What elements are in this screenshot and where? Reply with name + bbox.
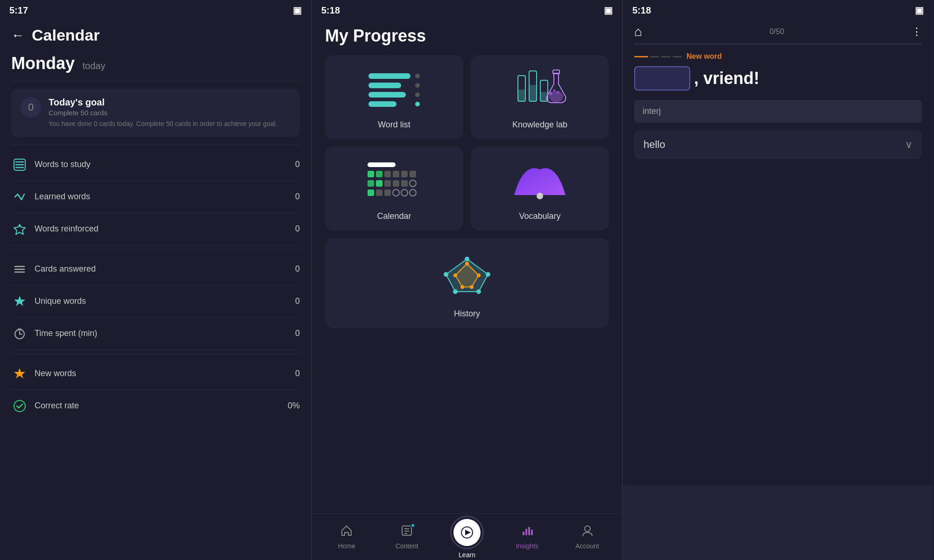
svg-point-61 <box>453 289 458 294</box>
stat-cards-answered[interactable]: Cards answered 0 <box>11 253 300 286</box>
svg-rect-46 <box>401 180 408 187</box>
stat-label-6: New words <box>35 369 76 378</box>
back-button[interactable]: ← <box>11 28 24 43</box>
stat-label-1: Learned words <box>35 192 90 202</box>
status-icons-3: ▣ <box>915 5 924 16</box>
knowledge-lab-card[interactable]: Knowledge lab <box>471 55 609 139</box>
stat-unique-words[interactable]: Unique words 0 <box>11 286 300 318</box>
vocabulary-card[interactable]: Vocabulary <box>471 147 609 231</box>
goal-text: Today's goal Complete 50 cards You have … <box>49 97 277 129</box>
home-button[interactable]: ⌂ <box>634 24 642 39</box>
correct-rate-icon <box>11 398 28 414</box>
history-label: History <box>454 309 480 319</box>
svg-rect-37 <box>376 171 382 177</box>
status-icons-1: ▣ <box>293 5 302 16</box>
gray-dash-1 <box>650 56 659 57</box>
cards-answered-icon <box>11 261 28 278</box>
stat-value-2: 0 <box>295 224 300 234</box>
status-icons-2: ▣ <box>604 5 613 16</box>
translation-row[interactable]: hello ∨ <box>634 130 922 159</box>
knowledge-lab-visual <box>480 64 600 114</box>
status-bar-1: 5:17 ▣ <box>0 0 311 19</box>
menu-button[interactable]: ⋮ <box>912 26 922 38</box>
svg-point-22 <box>415 92 420 97</box>
new-words-icon <box>11 365 28 382</box>
svg-rect-16 <box>368 73 410 79</box>
svg-point-23 <box>415 102 420 106</box>
svg-point-21 <box>415 83 420 88</box>
stat-value-7: 0% <box>288 401 300 411</box>
nav-account-label: Account <box>575 542 599 550</box>
svg-rect-17 <box>368 83 401 88</box>
stat-words-reinforced[interactable]: Words reinforced 0 <box>11 213 300 245</box>
progress-content: My Progress Word list <box>312 19 622 513</box>
stat-learned-words[interactable]: Learned words 0 <box>11 181 300 213</box>
divider-3 <box>11 249 300 250</box>
nav-learn[interactable]: Learn <box>448 516 486 559</box>
nav-home[interactable]: Home <box>328 524 365 550</box>
word-card-header: ⌂ 0/50 ⋮ <box>634 19 922 43</box>
stat-value-1: 0 <box>295 192 300 202</box>
svg-point-15 <box>14 400 25 412</box>
vocabulary-visual <box>480 156 600 206</box>
history-visual <box>334 247 600 303</box>
stat-correct-rate[interactable]: Correct rate 0% <box>11 390 300 422</box>
stat-value-6: 0 <box>295 369 300 378</box>
svg-point-60 <box>476 289 481 294</box>
words-reinforced-icon <box>11 221 28 238</box>
word-blank <box>634 66 690 91</box>
goal-title: Today's goal <box>49 97 277 108</box>
nav-account[interactable]: Account <box>569 524 606 550</box>
nav-insights[interactable]: Insights <box>509 524 546 550</box>
nav-content[interactable]: Content <box>388 524 425 550</box>
calendar-card-visual <box>334 156 454 206</box>
words-to-study-icon <box>11 156 28 173</box>
calendar-header: ← Calendar <box>11 19 300 48</box>
divider-1 <box>11 81 300 81</box>
learn-button[interactable] <box>450 516 484 549</box>
stat-time-spent[interactable]: Time spent (min) 0 <box>11 318 300 350</box>
svg-point-66 <box>470 285 474 289</box>
stat-value-0: 0 <box>295 160 300 169</box>
goal-desc: You have done 0 cards today. Complete 50… <box>49 119 277 129</box>
svg-rect-45 <box>393 180 399 187</box>
progress-text: 0/50 <box>770 28 784 36</box>
stat-value-3: 0 <box>295 264 300 274</box>
stat-words-to-study[interactable]: Words to study 0 <box>11 149 300 181</box>
calendar-card-label: Calendar <box>377 211 411 221</box>
svg-point-58 <box>465 257 469 261</box>
divider-4 <box>11 354 300 354</box>
nav-home-label: Home <box>338 542 355 550</box>
unique-words-icon <box>11 293 28 310</box>
progress-title: My Progress <box>325 19 609 55</box>
svg-rect-76 <box>528 527 530 535</box>
goal-icon: 0 <box>21 97 41 118</box>
status-bar-2: 5:18 ▣ <box>312 0 622 19</box>
progress-grid-top: Word list <box>325 55 609 231</box>
svg-rect-40 <box>401 171 408 177</box>
svg-point-20 <box>415 74 420 78</box>
calendar-content: ← Calendar Monday today 0 Today's goal C… <box>0 19 311 560</box>
svg-point-68 <box>453 273 457 277</box>
calendar-card[interactable]: Calendar <box>325 147 463 231</box>
divider-2 <box>11 145 300 145</box>
stat-label-2: Words reinforced <box>35 224 99 234</box>
svg-point-78 <box>585 526 590 532</box>
learn-center-icon <box>453 519 481 546</box>
stat-new-words[interactable]: New words 0 <box>11 358 300 390</box>
insights-icon <box>521 524 534 540</box>
history-card[interactable]: History <box>325 238 609 328</box>
svg-rect-41 <box>410 171 416 177</box>
word-tag-row: New word <box>634 52 922 61</box>
svg-rect-50 <box>384 189 391 196</box>
svg-point-34 <box>557 91 559 94</box>
svg-point-52 <box>401 189 408 196</box>
word-list-card[interactable]: Word list <box>325 55 463 139</box>
svg-rect-38 <box>384 171 391 177</box>
pos-text: interj <box>643 106 661 116</box>
stat-label-5: Time spent (min) <box>35 329 97 338</box>
word-list-label: Word list <box>378 120 410 130</box>
stat-label-3: Cards answered <box>35 264 96 274</box>
svg-point-54 <box>537 193 543 199</box>
gray-dash-3 <box>672 56 682 57</box>
